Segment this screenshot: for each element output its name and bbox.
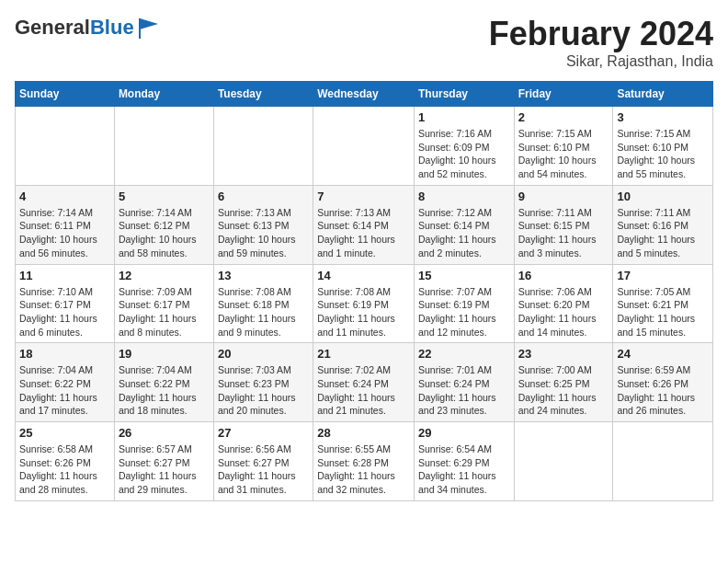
calendar-cell: 7Sunrise: 7:13 AMSunset: 6:14 PMDaylight… bbox=[313, 185, 415, 264]
logo-blue: Blue bbox=[90, 16, 134, 39]
day-number: 14 bbox=[317, 269, 410, 282]
day-number: 29 bbox=[418, 426, 510, 440]
calendar-cell: 10Sunrise: 7:11 AMSunset: 6:16 PMDayligh… bbox=[613, 185, 713, 264]
day-info: Sunrise: 7:09 AMSunset: 6:17 PMDaylight:… bbox=[119, 285, 210, 339]
day-number: 2 bbox=[518, 110, 609, 124]
calendar-cell bbox=[16, 107, 115, 186]
svg-marker-0 bbox=[140, 18, 158, 29]
day-info: Sunrise: 7:06 AMSunset: 6:20 PMDaylight:… bbox=[518, 285, 609, 339]
day-number: 15 bbox=[418, 269, 510, 282]
calendar-cell: 5Sunrise: 7:14 AMSunset: 6:12 PMDaylight… bbox=[114, 185, 213, 264]
calendar-cell: 1Sunrise: 7:16 AMSunset: 6:09 PMDaylight… bbox=[414, 107, 514, 186]
calendar-week-0: 1Sunrise: 7:16 AMSunset: 6:09 PMDaylight… bbox=[16, 107, 713, 186]
calendar-cell: 16Sunrise: 7:06 AMSunset: 6:20 PMDayligh… bbox=[514, 264, 613, 343]
calendar-cell: 22Sunrise: 7:01 AMSunset: 6:24 PMDayligh… bbox=[414, 343, 514, 422]
calendar-cell: 4Sunrise: 7:14 AMSunset: 6:11 PMDaylight… bbox=[16, 185, 115, 264]
calendar-cell: 28Sunrise: 6:55 AMSunset: 6:28 PMDayligh… bbox=[313, 422, 415, 501]
day-info: Sunrise: 6:55 AMSunset: 6:28 PMDaylight:… bbox=[317, 442, 410, 497]
day-info: Sunrise: 7:02 AMSunset: 6:24 PMDaylight:… bbox=[317, 363, 410, 418]
day-number: 7 bbox=[317, 190, 410, 203]
day-info: Sunrise: 7:12 AMSunset: 6:14 PMDaylight:… bbox=[418, 206, 510, 260]
day-number: 11 bbox=[19, 269, 110, 282]
day-info: Sunrise: 7:01 AMSunset: 6:24 PMDaylight:… bbox=[418, 363, 510, 418]
logo: GeneralBlue bbox=[15, 15, 162, 40]
calendar-cell: 3Sunrise: 7:15 AMSunset: 6:10 PMDaylight… bbox=[613, 107, 713, 186]
day-info: Sunrise: 6:56 AMSunset: 6:27 PMDaylight:… bbox=[218, 442, 309, 497]
calendar-header: SundayMondayTuesdayWednesdayThursdayFrid… bbox=[16, 82, 713, 107]
calendar-cell: 18Sunrise: 7:04 AMSunset: 6:22 PMDayligh… bbox=[16, 343, 115, 422]
day-number: 24 bbox=[617, 347, 709, 361]
header-row: SundayMondayTuesdayWednesdayThursdayFrid… bbox=[16, 82, 713, 107]
calendar-cell: 25Sunrise: 6:58 AMSunset: 6:26 PMDayligh… bbox=[16, 422, 115, 501]
calendar-cell: 6Sunrise: 7:13 AMSunset: 6:13 PMDaylight… bbox=[213, 185, 313, 264]
calendar-week-3: 18Sunrise: 7:04 AMSunset: 6:22 PMDayligh… bbox=[16, 343, 713, 422]
day-number: 19 bbox=[119, 347, 210, 361]
day-info: Sunrise: 7:13 AMSunset: 6:13 PMDaylight:… bbox=[218, 206, 309, 260]
day-number: 5 bbox=[119, 190, 210, 203]
title-block: February 2024 Sikar, Rajasthan, India bbox=[489, 15, 713, 70]
day-info: Sunrise: 7:13 AMSunset: 6:14 PMDaylight:… bbox=[317, 206, 410, 260]
day-number: 21 bbox=[317, 347, 410, 361]
header-cell-thursday: Thursday bbox=[414, 82, 514, 107]
day-number: 13 bbox=[218, 269, 309, 282]
day-number: 28 bbox=[317, 426, 410, 440]
day-info: Sunrise: 6:58 AMSunset: 6:26 PMDaylight:… bbox=[19, 442, 110, 497]
calendar-cell bbox=[613, 422, 713, 501]
calendar-cell bbox=[213, 107, 313, 186]
day-number: 18 bbox=[19, 347, 110, 361]
day-info: Sunrise: 7:16 AMSunset: 6:09 PMDaylight:… bbox=[418, 127, 510, 181]
day-info: Sunrise: 7:03 AMSunset: 6:23 PMDaylight:… bbox=[218, 363, 309, 418]
day-number: 16 bbox=[518, 269, 609, 282]
day-info: Sunrise: 6:59 AMSunset: 6:26 PMDaylight:… bbox=[617, 363, 709, 418]
day-info: Sunrise: 7:10 AMSunset: 6:17 PMDaylight:… bbox=[19, 285, 110, 339]
logo-text: GeneralBlue bbox=[15, 17, 134, 39]
day-number: 8 bbox=[418, 190, 510, 203]
calendar-cell: 24Sunrise: 6:59 AMSunset: 6:26 PMDayligh… bbox=[613, 343, 713, 422]
day-number: 4 bbox=[19, 190, 110, 203]
calendar-cell: 19Sunrise: 7:04 AMSunset: 6:22 PMDayligh… bbox=[114, 343, 213, 422]
calendar-week-2: 11Sunrise: 7:10 AMSunset: 6:17 PMDayligh… bbox=[16, 264, 713, 343]
location: Sikar, Rajasthan, India bbox=[489, 53, 713, 70]
calendar-table: SundayMondayTuesdayWednesdayThursdayFrid… bbox=[15, 81, 713, 501]
header-cell-monday: Monday bbox=[114, 82, 213, 107]
day-number: 25 bbox=[19, 426, 110, 440]
calendar-cell: 14Sunrise: 7:08 AMSunset: 6:19 PMDayligh… bbox=[313, 264, 415, 343]
day-info: Sunrise: 7:11 AMSunset: 6:16 PMDaylight:… bbox=[617, 206, 709, 260]
calendar-cell: 15Sunrise: 7:07 AMSunset: 6:19 PMDayligh… bbox=[414, 264, 514, 343]
day-info: Sunrise: 7:05 AMSunset: 6:21 PMDaylight:… bbox=[617, 285, 709, 339]
day-number: 3 bbox=[617, 110, 709, 124]
day-number: 10 bbox=[617, 190, 709, 203]
day-info: Sunrise: 7:04 AMSunset: 6:22 PMDaylight:… bbox=[19, 363, 110, 418]
day-info: Sunrise: 7:04 AMSunset: 6:22 PMDaylight:… bbox=[119, 363, 210, 418]
day-number: 17 bbox=[617, 269, 709, 282]
day-number: 27 bbox=[218, 426, 309, 440]
calendar-cell: 21Sunrise: 7:02 AMSunset: 6:24 PMDayligh… bbox=[313, 343, 415, 422]
calendar-cell: 2Sunrise: 7:15 AMSunset: 6:10 PMDaylight… bbox=[514, 107, 613, 186]
day-info: Sunrise: 6:57 AMSunset: 6:27 PMDaylight:… bbox=[119, 442, 210, 497]
day-number: 26 bbox=[119, 426, 210, 440]
calendar-cell bbox=[114, 107, 213, 186]
calendar-cell: 11Sunrise: 7:10 AMSunset: 6:17 PMDayligh… bbox=[16, 264, 115, 343]
day-info: Sunrise: 7:07 AMSunset: 6:19 PMDaylight:… bbox=[418, 285, 510, 339]
logo-flag-icon bbox=[136, 15, 162, 40]
day-info: Sunrise: 7:08 AMSunset: 6:19 PMDaylight:… bbox=[317, 285, 410, 339]
header-cell-saturday: Saturday bbox=[613, 82, 713, 107]
day-number: 23 bbox=[518, 347, 609, 361]
calendar-week-4: 25Sunrise: 6:58 AMSunset: 6:26 PMDayligh… bbox=[16, 422, 713, 501]
day-info: Sunrise: 7:14 AMSunset: 6:12 PMDaylight:… bbox=[119, 206, 210, 260]
day-info: Sunrise: 6:54 AMSunset: 6:29 PMDaylight:… bbox=[418, 442, 510, 497]
calendar-cell: 9Sunrise: 7:11 AMSunset: 6:15 PMDaylight… bbox=[514, 185, 613, 264]
day-number: 9 bbox=[518, 190, 609, 203]
header-cell-sunday: Sunday bbox=[16, 82, 115, 107]
header-cell-wednesday: Wednesday bbox=[313, 82, 415, 107]
calendar-cell: 29Sunrise: 6:54 AMSunset: 6:29 PMDayligh… bbox=[414, 422, 514, 501]
calendar-cell: 26Sunrise: 6:57 AMSunset: 6:27 PMDayligh… bbox=[114, 422, 213, 501]
day-info: Sunrise: 7:11 AMSunset: 6:15 PMDaylight:… bbox=[518, 206, 609, 260]
logo-general: General bbox=[15, 16, 90, 39]
day-number: 22 bbox=[418, 347, 510, 361]
day-info: Sunrise: 7:14 AMSunset: 6:11 PMDaylight:… bbox=[19, 206, 110, 260]
calendar-cell: 20Sunrise: 7:03 AMSunset: 6:23 PMDayligh… bbox=[213, 343, 313, 422]
calendar-cell: 12Sunrise: 7:09 AMSunset: 6:17 PMDayligh… bbox=[114, 264, 213, 343]
header-cell-tuesday: Tuesday bbox=[213, 82, 313, 107]
day-info: Sunrise: 7:15 AMSunset: 6:10 PMDaylight:… bbox=[617, 127, 709, 181]
